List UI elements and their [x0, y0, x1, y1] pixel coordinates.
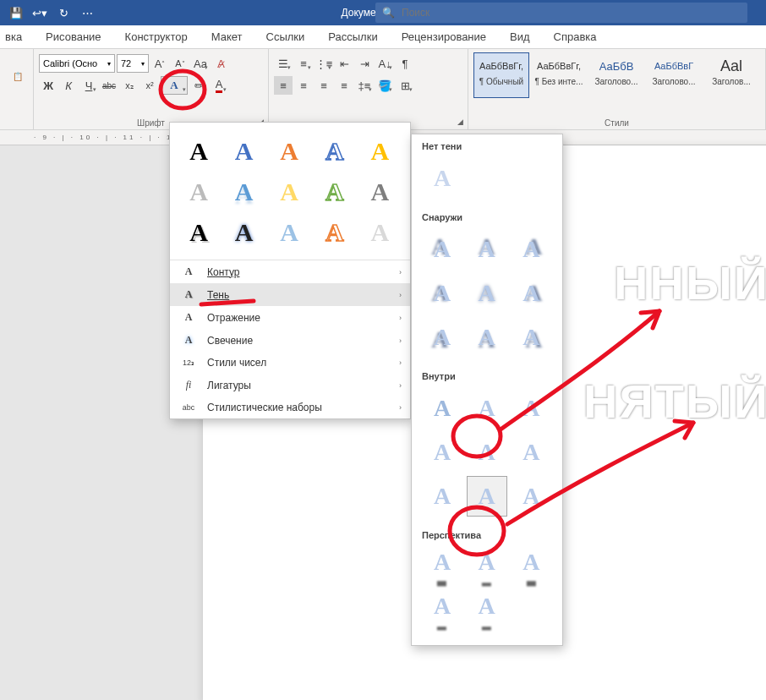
shadow-persp-2[interactable]: A▂: [467, 547, 507, 588]
style-heading1[interactable]: АаБбВ Заголово...: [588, 52, 644, 98]
shadow-inner-4[interactable]: A: [422, 432, 462, 473]
increase-indent-button[interactable]: ⇥: [355, 54, 374, 73]
superscript-button[interactable]: x²: [140, 76, 159, 95]
shadow-inner-5[interactable]: A: [467, 432, 507, 473]
shadow-persp-1[interactable]: A▃: [422, 547, 462, 588]
paragraph-dialog-launcher[interactable]: ◢: [455, 117, 465, 127]
fx-preset-8[interactable]: A: [267, 172, 311, 212]
numbering-button[interactable]: ≡: [294, 54, 313, 73]
tab-draw[interactable]: Рисование: [44, 27, 102, 46]
fx-shadow-menu[interactable]: A Тень ›: [170, 283, 410, 306]
shadow-inner-2[interactable]: A: [467, 388, 507, 429]
search-box[interactable]: 🔍: [375, 3, 747, 23]
fx-preset-4[interactable]: A: [313, 131, 357, 172]
tab-help[interactable]: Справка: [552, 27, 599, 46]
paste-button[interactable]: 📋: [5, 52, 30, 100]
fx-preset-10[interactable]: A: [358, 172, 402, 212]
tab-view[interactable]: Вид: [508, 27, 532, 46]
fx-number-styles-menu[interactable]: 12₃ Стили чисел ›: [170, 352, 410, 374]
bold-button[interactable]: Ж: [39, 76, 57, 95]
shadow-inner-9[interactable]: A: [511, 476, 551, 517]
tab-review[interactable]: Рецензирование: [400, 27, 488, 46]
save-icon[interactable]: 💾: [7, 3, 25, 22]
fx-preset-2[interactable]: A: [222, 131, 266, 172]
shadow-inner-1[interactable]: A: [422, 388, 462, 429]
fx-preset-14[interactable]: A: [313, 212, 357, 253]
undo-button[interactable]: ↩▾: [30, 3, 49, 22]
shadow-persp-4[interactable]: A▂: [422, 591, 462, 632]
align-center-button[interactable]: ≡: [294, 76, 313, 95]
shadow-outer-8[interactable]: A: [467, 317, 507, 358]
shadow-outer-5[interactable]: A: [467, 273, 507, 314]
shadow-persp-3[interactable]: A▃: [511, 547, 551, 588]
font-size-combo[interactable]: 72▾: [117, 54, 149, 73]
fx-stylistic-sets-menu[interactable]: abc Стилистические наборы ›: [170, 396, 410, 418]
style-no-spacing[interactable]: АаБбВвГг, ¶ Без инте...: [531, 52, 587, 98]
tab-layout[interactable]: Макет: [210, 27, 244, 46]
shrink-font-button[interactable]: A˅: [171, 54, 189, 73]
search-input[interactable]: [402, 7, 741, 19]
clear-formatting-button[interactable]: A̷: [211, 54, 230, 73]
style-heading2[interactable]: АаБбВвГ Заголово...: [646, 52, 702, 98]
fx-preset-11[interactable]: A: [177, 212, 221, 253]
shadow-inner-3[interactable]: A: [511, 388, 551, 429]
fx-preset-13[interactable]: A: [267, 212, 311, 253]
sample-text-2: НЯТЫЙ: [583, 374, 766, 429]
align-right-button[interactable]: ≡: [315, 76, 333, 95]
font-name-combo[interactable]: Calibri (Осно▾: [39, 54, 115, 73]
shadow-inner-7[interactable]: A: [422, 476, 462, 517]
shadow-outer-3[interactable]: A: [511, 229, 551, 270]
text-effects-button[interactable]: A: [161, 76, 188, 95]
fx-preset-3[interactable]: A: [267, 131, 311, 172]
fx-glow-menu[interactable]: A Свечение ›: [170, 329, 410, 352]
shadow-outer-7[interactable]: A: [422, 317, 462, 358]
tab-references[interactable]: Ссылки: [265, 27, 307, 46]
shadow-outer-9[interactable]: A: [511, 317, 551, 358]
shadow-inner-8[interactable]: A: [467, 476, 507, 517]
font-color-button[interactable]: A: [210, 76, 228, 95]
redo-button[interactable]: ↻: [54, 3, 73, 22]
qat-customize[interactable]: ⋯: [78, 3, 96, 22]
fx-outline-menu[interactable]: A Контур ›: [170, 260, 410, 283]
underline-button[interactable]: Ч: [79, 76, 98, 95]
sort-button[interactable]: A↓: [375, 54, 394, 73]
bullets-button[interactable]: ☰: [274, 54, 293, 73]
grow-font-button[interactable]: A˄: [150, 54, 169, 73]
tab-insert-partial[interactable]: вка: [3, 27, 24, 46]
fx-preset-6[interactable]: A: [177, 172, 221, 212]
shadow-persp-5[interactable]: A▂: [467, 591, 507, 632]
justify-button[interactable]: ≡: [335, 76, 353, 95]
fx-preset-5[interactable]: A: [358, 131, 402, 172]
fx-ligatures-menu[interactable]: fi Лигатуры ›: [170, 374, 410, 396]
shadow-inner-6[interactable]: A: [511, 432, 551, 473]
fx-preset-12[interactable]: A: [222, 212, 266, 253]
shadow-none[interactable]: A: [422, 158, 462, 199]
fx-preset-1[interactable]: A: [177, 131, 221, 172]
fx-preset-7[interactable]: A: [222, 172, 266, 212]
italic-button[interactable]: К: [59, 76, 78, 95]
style-title[interactable]: Aal Заголов...: [703, 52, 759, 98]
shadow-outer-2[interactable]: A: [467, 229, 507, 270]
shading-button[interactable]: 🪣: [375, 76, 394, 95]
highlight-button[interactable]: ✏: [189, 76, 208, 95]
align-left-button[interactable]: ≡: [274, 76, 293, 95]
strikethrough-button[interactable]: abc: [100, 76, 118, 95]
chevron-right-icon: ›: [399, 403, 402, 412]
outline-icon: A: [180, 265, 197, 278]
fx-preset-15[interactable]: A: [358, 212, 402, 253]
line-spacing-button[interactable]: ‡≡: [355, 76, 374, 95]
shadow-outer-6[interactable]: A: [511, 273, 551, 314]
borders-button[interactable]: ⊞: [396, 76, 414, 95]
fx-reflection-menu[interactable]: A Отражение ›: [170, 306, 410, 329]
decrease-indent-button[interactable]: ⇤: [335, 54, 353, 73]
fx-preset-9[interactable]: A: [313, 172, 357, 212]
tab-design[interactable]: Конструктор: [123, 27, 189, 46]
change-case-button[interactable]: Aa: [191, 54, 210, 73]
subscript-button[interactable]: x₂: [120, 76, 139, 95]
shadow-outer-1[interactable]: A: [422, 229, 462, 270]
shadow-outer-4[interactable]: A: [422, 273, 462, 314]
show-marks-button[interactable]: ¶: [396, 54, 414, 73]
tab-mailings[interactable]: Рассылки: [326, 27, 379, 46]
style-normal[interactable]: АаБбВвГг, ¶ Обычный: [473, 52, 529, 98]
multilevel-button[interactable]: ⋮≡: [315, 54, 333, 73]
